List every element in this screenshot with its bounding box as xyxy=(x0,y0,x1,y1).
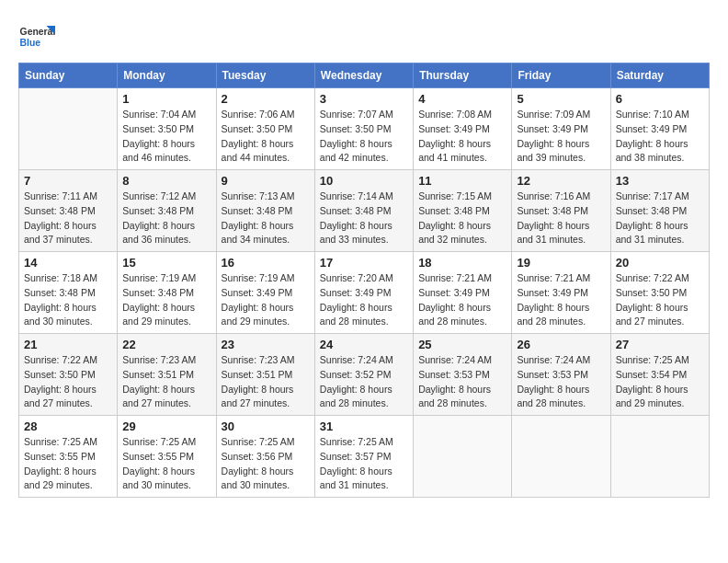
calendar-table: SundayMondayTuesdayWednesdayThursdayFrid… xyxy=(18,63,710,498)
day-number: 4 xyxy=(418,92,506,106)
calendar-cell: 18Sunrise: 7:21 AM Sunset: 3:49 PM Dayli… xyxy=(414,252,512,334)
day-number: 2 xyxy=(222,92,310,106)
day-number: 16 xyxy=(222,256,310,270)
calendar-cell: 12Sunrise: 7:16 AM Sunset: 3:48 PM Dayli… xyxy=(512,170,610,252)
day-number: 15 xyxy=(122,256,210,270)
calendar-cell: 9Sunrise: 7:13 AM Sunset: 3:48 PM Daylig… xyxy=(216,170,314,252)
day-number: 11 xyxy=(418,174,506,188)
day-number: 14 xyxy=(24,256,112,270)
logo: General Blue xyxy=(18,18,59,55)
day-info: Sunrise: 7:12 AM Sunset: 3:48 PM Dayligh… xyxy=(122,190,210,247)
day-number: 8 xyxy=(122,174,210,188)
calendar-cell: 22Sunrise: 7:23 AM Sunset: 3:51 PM Dayli… xyxy=(118,334,216,416)
calendar-header-sunday: Sunday xyxy=(19,63,118,88)
day-number: 27 xyxy=(616,338,704,351)
calendar-cell: 1Sunrise: 7:04 AM Sunset: 3:50 PM Daylig… xyxy=(118,88,216,170)
day-number: 24 xyxy=(320,338,408,351)
day-info: Sunrise: 7:18 AM Sunset: 3:48 PM Dayligh… xyxy=(24,271,112,329)
day-number: 9 xyxy=(222,174,310,188)
calendar-header-monday: Monday xyxy=(118,63,216,88)
day-number: 5 xyxy=(517,92,605,106)
day-info: Sunrise: 7:19 AM Sunset: 3:48 PM Dayligh… xyxy=(122,271,210,329)
calendar-cell: 16Sunrise: 7:19 AM Sunset: 3:49 PM Dayli… xyxy=(216,252,314,334)
day-number: 21 xyxy=(24,338,112,351)
calendar-cell: 30Sunrise: 7:25 AM Sunset: 3:56 PM Dayli… xyxy=(216,416,314,498)
svg-text:Blue: Blue xyxy=(20,38,41,48)
calendar-week-row: 14Sunrise: 7:18 AM Sunset: 3:48 PM Dayli… xyxy=(19,252,710,334)
day-info: Sunrise: 7:23 AM Sunset: 3:51 PM Dayligh… xyxy=(222,353,310,411)
calendar-header-wednesday: Wednesday xyxy=(314,63,413,88)
day-info: Sunrise: 7:24 AM Sunset: 3:53 PM Dayligh… xyxy=(418,353,506,411)
day-info: Sunrise: 7:21 AM Sunset: 3:49 PM Dayligh… xyxy=(517,271,605,329)
calendar-cell: 13Sunrise: 7:17 AM Sunset: 3:48 PM Dayli… xyxy=(610,170,709,252)
day-number: 6 xyxy=(616,92,704,106)
day-info: Sunrise: 7:22 AM Sunset: 3:50 PM Dayligh… xyxy=(616,271,704,329)
day-info: Sunrise: 7:07 AM Sunset: 3:50 PM Dayligh… xyxy=(320,108,408,166)
calendar-week-row: 21Sunrise: 7:22 AM Sunset: 3:50 PM Dayli… xyxy=(19,334,710,416)
day-number: 17 xyxy=(320,256,408,270)
calendar-week-row: 7Sunrise: 7:11 AM Sunset: 3:48 PM Daylig… xyxy=(19,170,710,252)
calendar-cell: 2Sunrise: 7:06 AM Sunset: 3:50 PM Daylig… xyxy=(216,88,314,170)
calendar-cell: 31Sunrise: 7:25 AM Sunset: 3:57 PM Dayli… xyxy=(314,416,413,498)
day-number: 13 xyxy=(616,174,704,188)
calendar-cell: 28Sunrise: 7:25 AM Sunset: 3:55 PM Dayli… xyxy=(19,416,118,498)
calendar-cell: 15Sunrise: 7:19 AM Sunset: 3:48 PM Dayli… xyxy=(118,252,216,334)
day-info: Sunrise: 7:09 AM Sunset: 3:49 PM Dayligh… xyxy=(517,108,605,166)
day-info: Sunrise: 7:25 AM Sunset: 3:57 PM Dayligh… xyxy=(320,435,408,493)
day-info: Sunrise: 7:08 AM Sunset: 3:49 PM Dayligh… xyxy=(418,108,506,166)
day-number: 20 xyxy=(616,256,704,270)
calendar-cell: 21Sunrise: 7:22 AM Sunset: 3:50 PM Dayli… xyxy=(19,334,118,416)
calendar-cell: 5Sunrise: 7:09 AM Sunset: 3:49 PM Daylig… xyxy=(512,88,610,170)
calendar-cell xyxy=(512,416,610,498)
calendar-cell: 14Sunrise: 7:18 AM Sunset: 3:48 PM Dayli… xyxy=(19,252,118,334)
day-info: Sunrise: 7:25 AM Sunset: 3:55 PM Dayligh… xyxy=(24,435,112,493)
day-number: 7 xyxy=(24,174,112,188)
calendar-cell: 24Sunrise: 7:24 AM Sunset: 3:52 PM Dayli… xyxy=(314,334,413,416)
day-info: Sunrise: 7:17 AM Sunset: 3:48 PM Dayligh… xyxy=(616,190,704,247)
calendar-header-saturday: Saturday xyxy=(610,63,709,88)
day-number: 1 xyxy=(122,92,210,106)
calendar-cell xyxy=(414,416,512,498)
calendar-cell: 26Sunrise: 7:24 AM Sunset: 3:53 PM Dayli… xyxy=(512,334,610,416)
calendar-cell: 25Sunrise: 7:24 AM Sunset: 3:53 PM Dayli… xyxy=(414,334,512,416)
day-info: Sunrise: 7:10 AM Sunset: 3:49 PM Dayligh… xyxy=(616,108,704,166)
day-info: Sunrise: 7:24 AM Sunset: 3:52 PM Dayligh… xyxy=(320,353,408,411)
day-number: 30 xyxy=(222,419,310,433)
calendar-cell: 19Sunrise: 7:21 AM Sunset: 3:49 PM Dayli… xyxy=(512,252,610,334)
day-info: Sunrise: 7:23 AM Sunset: 3:51 PM Dayligh… xyxy=(122,353,210,411)
calendar-cell: 23Sunrise: 7:23 AM Sunset: 3:51 PM Dayli… xyxy=(216,334,314,416)
day-number: 19 xyxy=(517,256,605,270)
day-number: 12 xyxy=(517,174,605,188)
day-info: Sunrise: 7:15 AM Sunset: 3:48 PM Dayligh… xyxy=(418,190,506,247)
calendar-week-row: 1Sunrise: 7:04 AM Sunset: 3:50 PM Daylig… xyxy=(19,88,710,170)
calendar-cell: 4Sunrise: 7:08 AM Sunset: 3:49 PM Daylig… xyxy=(414,88,512,170)
day-info: Sunrise: 7:25 AM Sunset: 3:55 PM Dayligh… xyxy=(122,435,210,493)
day-info: Sunrise: 7:13 AM Sunset: 3:48 PM Dayligh… xyxy=(222,190,310,247)
calendar-cell: 8Sunrise: 7:12 AM Sunset: 3:48 PM Daylig… xyxy=(118,170,216,252)
day-number: 31 xyxy=(320,419,408,433)
day-number: 23 xyxy=(222,338,310,351)
day-info: Sunrise: 7:16 AM Sunset: 3:48 PM Dayligh… xyxy=(517,190,605,247)
day-number: 18 xyxy=(418,256,506,270)
calendar-header-thursday: Thursday xyxy=(414,63,512,88)
day-number: 10 xyxy=(320,174,408,188)
day-info: Sunrise: 7:25 AM Sunset: 3:56 PM Dayligh… xyxy=(222,435,310,493)
day-number: 22 xyxy=(122,338,210,351)
calendar-header-friday: Friday xyxy=(512,63,610,88)
day-info: Sunrise: 7:14 AM Sunset: 3:48 PM Dayligh… xyxy=(320,190,408,247)
calendar-cell: 20Sunrise: 7:22 AM Sunset: 3:50 PM Dayli… xyxy=(610,252,709,334)
day-number: 25 xyxy=(418,338,506,351)
day-number: 29 xyxy=(122,419,210,433)
calendar-cell: 10Sunrise: 7:14 AM Sunset: 3:48 PM Dayli… xyxy=(314,170,413,252)
logo-icon: General Blue xyxy=(18,18,55,55)
day-info: Sunrise: 7:22 AM Sunset: 3:50 PM Dayligh… xyxy=(24,353,112,411)
calendar-cell xyxy=(19,88,118,170)
day-number: 26 xyxy=(517,338,605,351)
calendar-header-row: SundayMondayTuesdayWednesdayThursdayFrid… xyxy=(19,63,710,88)
day-info: Sunrise: 7:24 AM Sunset: 3:53 PM Dayligh… xyxy=(517,353,605,411)
day-info: Sunrise: 7:21 AM Sunset: 3:49 PM Dayligh… xyxy=(418,271,506,329)
calendar-cell: 29Sunrise: 7:25 AM Sunset: 3:55 PM Dayli… xyxy=(118,416,216,498)
page-header: General Blue xyxy=(18,18,710,55)
day-info: Sunrise: 7:06 AM Sunset: 3:50 PM Dayligh… xyxy=(222,108,310,166)
calendar-cell: 3Sunrise: 7:07 AM Sunset: 3:50 PM Daylig… xyxy=(314,88,413,170)
